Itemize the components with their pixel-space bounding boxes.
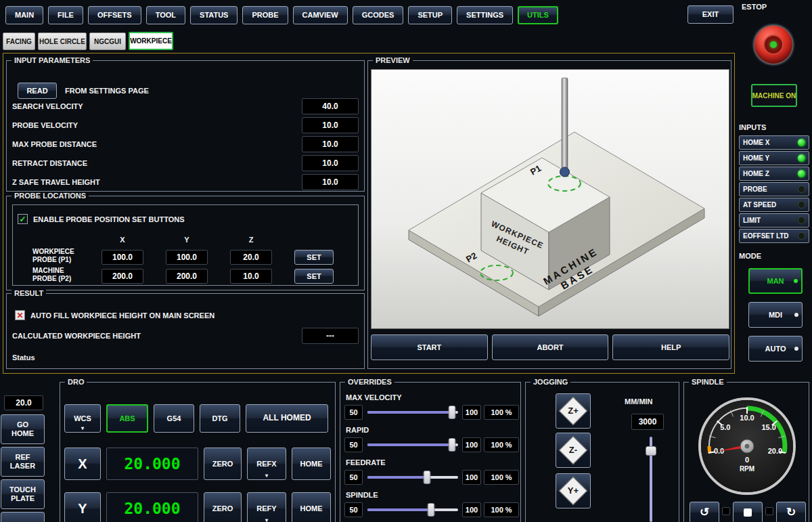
spindle-stop-button[interactable] [733,502,763,522]
menu-setup[interactable]: SETUP [408,6,452,24]
mode-mdi-button[interactable]: MDI [748,302,803,328]
abort-button[interactable]: ABORT [492,334,609,360]
jog-y-plus-button[interactable]: Y+ [556,473,591,508]
search-velocity-value[interactable]: 40.0 [302,98,359,114]
machine-on-button[interactable]: MACHINE ON [751,84,797,107]
retract-distance-value[interactable]: 10.0 [302,155,359,171]
x-zero-button[interactable]: ZERO [204,448,242,480]
tab-workpiece[interactable]: WORKPIECE [129,32,173,50]
spindle-cw-indicator [765,507,773,515]
abs-button[interactable]: ABS [106,404,148,433]
x-ref-button[interactable]: REFX ▾ [247,448,286,480]
spindle-ov-slider[interactable] [367,502,458,518]
mode-auto-button[interactable]: AUTO [748,336,803,362]
probe-tip [560,167,570,177]
max-velocity-slider[interactable] [367,404,458,420]
read-button[interactable]: READ [18,83,57,99]
ref-laser-button[interactable]: REF LASER [1,447,45,477]
ref-button[interactable]: REF [1,512,45,522]
spindle-ov-row: 50 100 100 % [340,502,520,518]
probe-velocity-value[interactable]: 10.0 [302,117,359,133]
g54-button[interactable]: G54 [154,404,194,433]
home-z-label: HOME Z [743,170,769,177]
wcs-caret-icon: ▾ [81,426,84,431]
tab-ngcgui[interactable]: NGCGUI [89,32,126,50]
tab-hole-circle[interactable]: HOLE CIRCLE [38,32,87,50]
estop-button[interactable] [753,24,794,65]
y-ref-button[interactable]: REFY ▾ [247,492,286,522]
p1-z-value[interactable]: 20.0 [230,250,272,265]
rapid-slider[interactable] [367,437,458,453]
enable-probe-checkbox[interactable]: ✓ [18,214,28,224]
wcs-button[interactable]: WCS ▾ [64,404,101,433]
p1-x-value[interactable]: 100.0 [102,250,143,265]
slider-handle[interactable] [424,471,431,484]
x-axis-button[interactable]: X [64,448,101,480]
y-axis-button[interactable]: Y [64,492,101,522]
refx-label: REFX [256,460,276,469]
ccw-arrow-icon: ↺ [700,506,709,519]
p2-set-button[interactable]: SET [294,269,334,284]
probe-locations-title: PROBE LOCATIONS [12,192,89,200]
jog-z-minus-button[interactable]: Z- [556,433,591,468]
autofill-checkbox[interactable]: ✕ [15,310,25,320]
max-probe-distance-value[interactable]: 10.0 [302,136,359,152]
menu-tool[interactable]: TOOL [146,6,185,24]
tab-facing[interactable]: FACING [3,32,35,50]
y-home-button[interactable]: HOME [292,492,331,522]
rapid-label: RAPID [346,426,369,434]
p2-z-value[interactable]: 10.0 [230,269,272,284]
y-zero-button[interactable]: ZERO [204,492,242,522]
menu-file[interactable]: FILE [48,6,83,24]
touch-plate-button[interactable]: TOUCH PLATE [1,479,45,509]
feedrate-percent: 100 % [484,470,519,485]
column-x-header: X [102,236,143,244]
p1-set-button[interactable]: SET [294,250,334,265]
jog-z-plus-button[interactable]: Z+ [556,393,591,429]
slider-handle[interactable] [448,438,455,452]
max-velocity-row: 50 100 100 % [340,404,520,420]
slider-handle[interactable] [448,406,455,419]
help-button[interactable]: HELP [612,334,729,360]
go-home-button[interactable]: GO HOME [1,414,45,444]
gauge-tick-0: 0.0 [714,447,724,455]
menu-probe[interactable]: PROBE [242,6,288,24]
workpiece-probe-row-label: WORKPIECE PROBE (P1) [32,248,74,263]
slider-handle[interactable] [427,503,434,517]
input-indicator-at-speed: AT SPEED [739,198,809,212]
menu-utils[interactable]: UTILS [518,6,558,24]
menu-camview[interactable]: CAMVIEW [293,6,348,24]
mode-man-button[interactable]: MAN [748,268,803,294]
dro-title: DRO [65,378,87,386]
x-home-button[interactable]: HOME [292,448,331,480]
spindle-cw-button[interactable]: ↻ [776,502,806,522]
p2-x-value[interactable]: 200.0 [102,269,143,284]
home-y-led-icon [798,154,805,162]
menu-offsets[interactable]: OFFSETS [88,6,141,24]
menu-settings[interactable]: SETTINGS [457,6,513,24]
rapid-percent: 100 % [484,437,519,452]
dtg-button[interactable]: DTG [200,404,240,433]
slider-handle[interactable] [646,446,656,456]
exit-button[interactable]: EXIT [687,5,734,24]
menu-gcodes[interactable]: GCODES [353,6,404,24]
max-velocity-min: 50 [344,405,363,420]
jog-z-minus-label: Z- [556,433,590,467]
spindle-ccw-button[interactable]: ↺ [690,502,719,522]
p1-y-value[interactable]: 100.0 [166,250,208,265]
menu-status[interactable]: STATUS [190,6,238,24]
menu-main[interactable]: MAIN [5,6,43,24]
limit-led-icon [798,217,805,224]
all-homed-button[interactable]: ALL HOMED [246,404,328,433]
jog-speed-slider[interactable] [645,437,657,522]
z-safe-travel-value[interactable]: 10.0 [302,174,359,190]
feedrate-slider[interactable] [367,469,458,485]
max-velocity-percent: 100 % [484,405,519,420]
start-button[interactable]: START [371,334,488,360]
calculated-height-label: CALCULATED WORKPIECE HEIGHT [12,332,141,340]
eoffset-ltd-label: EOFFSET LTD [743,232,789,240]
search-velocity-label: SEARCH VELOCITY [12,102,83,110]
p2-y-value[interactable]: 200.0 [166,269,208,284]
workpiece-probe-label-line1: WORKPIECE [32,248,74,256]
gauge-tick-15: 15.0 [761,423,775,431]
